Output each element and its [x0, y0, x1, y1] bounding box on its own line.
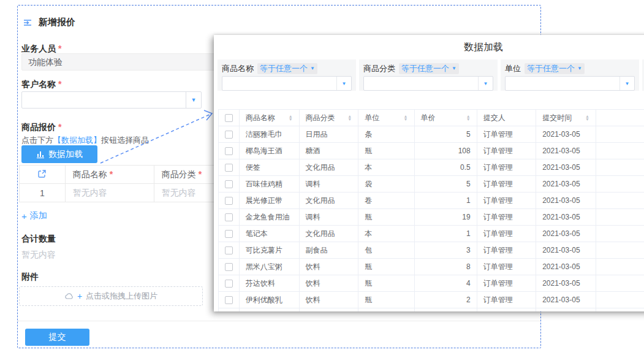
row-checkbox[interactable]: [225, 280, 233, 288]
row-checkbox[interactable]: [225, 263, 233, 271]
table-cell: 2021-03-05: [536, 242, 596, 259]
row-checkbox[interactable]: [225, 147, 233, 155]
table-row[interactable]: 洁丽雅毛巾日用品条5订单管理2021-03-05: [219, 126, 644, 143]
table-cell: 订单管理: [477, 259, 536, 275]
expand-external-link-icon[interactable]: [37, 169, 47, 178]
table-cell: 文化用品: [299, 226, 358, 242]
table-cell: 订单管理: [477, 143, 536, 159]
table-cell: 笔记本: [239, 226, 299, 242]
table-cell: 椰岛海王酒: [239, 143, 299, 159]
table-cell: [596, 176, 644, 193]
table-cell: 5: [414, 176, 477, 193]
table-cell: 金龙鱼食用油: [239, 209, 299, 226]
table-cell: 2021-03-05: [536, 292, 596, 308]
filter-value-select[interactable]: ▼: [505, 76, 635, 91]
table-cell: 包: [358, 242, 414, 259]
table-row[interactable]: 伊利优酸乳饮料瓶2订单管理2021-03-05: [219, 292, 644, 308]
row-number: 1: [20, 184, 66, 202]
row-checkbox[interactable]: [225, 131, 233, 139]
table-cell: 卷: [358, 193, 414, 209]
sort-icon[interactable]: ▲▼: [466, 115, 471, 121]
sort-icon[interactable]: ▲▼: [404, 115, 408, 121]
table-cell: 2021-03-05: [536, 193, 596, 209]
table-row[interactable]: 便签文化用品本0.5订单管理2021-03-05: [219, 159, 644, 176]
sort-icon[interactable]: ▲▼: [289, 115, 293, 121]
table-cell: 订单管理: [477, 209, 536, 226]
table-cell: [596, 259, 644, 275]
table-cell: 2021-03-05: [536, 209, 596, 226]
table-cell: 日用品: [299, 126, 358, 143]
table-row[interactable]: 可比克薯片副食品包3订单管理2021-03-05: [219, 242, 644, 259]
filter-operator-dropdown[interactable]: 等于任意一个▼: [525, 63, 585, 74]
table-cell: 5: [414, 126, 477, 143]
table-row: [219, 308, 644, 312]
table-row[interactable]: 笔记本文化用品本1订单管理2021-03-05: [219, 226, 644, 242]
table-cell: [596, 159, 644, 176]
table-row[interactable]: 百味佳鸡精调料袋5订单管理2021-03-05: [219, 176, 644, 193]
row-checkbox[interactable]: [225, 197, 233, 205]
table-row[interactable]: 芬达饮料饮料瓶4订单管理2021-03-05: [219, 275, 644, 292]
table-cell: [596, 126, 644, 143]
modal-table: 商品名称▲▼商品分类▲▼单位▲▼单价▲▼提交人提交时间▲▼洁丽雅毛巾日用品条5订…: [218, 109, 644, 311]
table-cell: 饮料: [299, 292, 358, 308]
upload-dropzone[interactable]: + 点击或拖拽上传图片: [19, 286, 203, 306]
table-cell: 订单管理: [477, 292, 536, 308]
bar-chart-icon: [36, 150, 45, 159]
filter-field-label: 商品名称: [222, 63, 254, 74]
row-checkbox[interactable]: [225, 213, 233, 221]
filter-value-select[interactable]: ▼: [222, 76, 352, 91]
table-cell: [596, 292, 644, 308]
data-load-button[interactable]: 数据加载: [21, 145, 97, 163]
attachment-label: 附件: [21, 272, 39, 283]
submit-button[interactable]: 提交: [25, 329, 89, 346]
sort-icon[interactable]: ▲▼: [585, 115, 589, 121]
row-checkbox[interactable]: [225, 164, 233, 172]
filter-operator-dropdown[interactable]: 等于任意一个▼: [399, 63, 459, 74]
table-cell: 饮料: [299, 259, 358, 275]
table-cell: 2021-03-05: [536, 259, 596, 275]
hint-load-button-ref: 【数据加载】: [53, 136, 101, 145]
total-quantity-value: 暂无内容: [21, 250, 56, 261]
table-cell: [596, 143, 644, 159]
table-cell: 2021-03-05: [536, 176, 596, 193]
table-row[interactable]: 晨光修正带文化用品卷1订单管理2021-03-05: [219, 193, 644, 209]
table-cell: 2021-03-05: [536, 143, 596, 159]
row-checkbox[interactable]: [225, 296, 233, 304]
add-row-button[interactable]: + 添加: [21, 210, 47, 221]
table-cell: 可比克薯片: [239, 242, 299, 259]
table-cell: [596, 193, 644, 209]
table-row[interactable]: 金龙鱼食用油调料瓶19订单管理2021-03-05: [219, 209, 644, 226]
table-cell: 本: [358, 159, 414, 176]
table-cell: 订单管理: [477, 126, 536, 143]
product-name-cell[interactable]: 暂无内容: [65, 184, 154, 202]
required-mark: *: [58, 44, 61, 53]
row-checkbox[interactable]: [225, 246, 233, 254]
row-checkbox[interactable]: [225, 230, 233, 238]
table-row[interactable]: 椰岛海王酒糖酒瓶108订单管理2021-03-05: [219, 143, 644, 159]
filter-operator-dropdown[interactable]: 等于任意一个▼: [257, 63, 317, 74]
table-cell: 条: [358, 126, 414, 143]
modal-title: 数据加载: [214, 41, 644, 54]
table-cell: 伊利优酸乳: [239, 292, 299, 308]
table-cell: 3: [414, 242, 477, 259]
cloud-upload-icon: [64, 292, 74, 300]
column-header-label: 提交人: [483, 113, 506, 123]
table-cell: 2: [414, 292, 477, 308]
table-cell: 订单管理: [477, 242, 536, 259]
table-cell: 2021-03-05: [536, 159, 596, 176]
row-checkbox[interactable]: [225, 180, 233, 188]
table-cell: 调料: [299, 176, 358, 193]
table-cell: 1: [414, 226, 477, 242]
plus-icon: +: [77, 291, 82, 301]
table-cell: 2021-03-05: [536, 126, 596, 143]
select-all-checkbox[interactable]: [225, 114, 233, 122]
table-cell: 芬达饮料: [239, 275, 299, 292]
table-cell: 副食品: [299, 242, 358, 259]
filter-value-select[interactable]: ▼: [363, 76, 493, 91]
table-cell: 便签: [239, 159, 299, 176]
form-header: 新增报价: [23, 17, 75, 28]
sort-icon[interactable]: ▲▼: [347, 115, 352, 121]
table-header-row: 商品名称▲▼商品分类▲▼单位▲▼单价▲▼提交人提交时间▲▼: [219, 110, 644, 126]
table-cell: 调料: [299, 209, 358, 226]
table-row[interactable]: 黑米八宝粥饮料瓶8订单管理2021-03-05: [219, 259, 644, 275]
